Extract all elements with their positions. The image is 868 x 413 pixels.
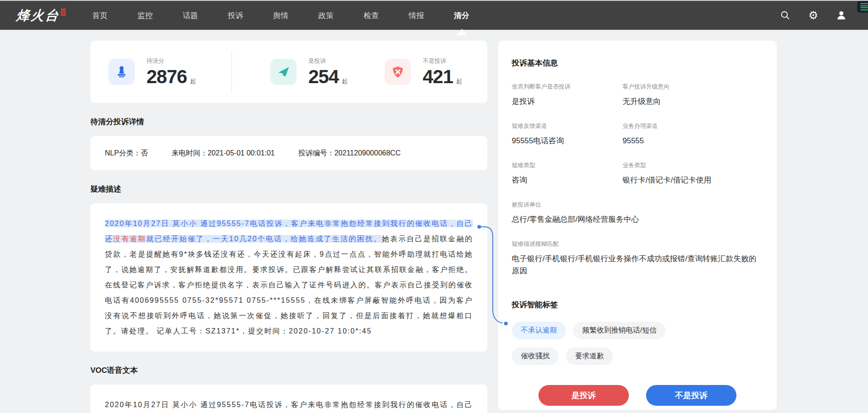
tag-deny-overdue[interactable]: 不承认逾期 (512, 322, 566, 339)
complaint-id-field: 投诉编号：20211209000068CC (298, 149, 401, 158)
field-agent-judgement: 坐席判断客户是否投诉 是投诉 (512, 83, 623, 108)
tag-collection-harassment[interactable]: 催收骚扰 (512, 347, 559, 365)
stat-unit: 起 (190, 78, 196, 84)
tags-row: 不承认逾期 频繁收到推销电话/短信 (512, 322, 763, 339)
field-value: 银行卡/借记卡/借记卡使用 (623, 174, 763, 186)
field-label: 疑难类型 (512, 161, 623, 169)
stats-divider (231, 51, 232, 93)
voc-transcript-text: 2020年10月27日 莫小小 通过95555-7电话投诉，客户来电非常抱怨经常… (105, 397, 473, 413)
field-business-channel: 业务办理渠道 95555 (623, 122, 763, 147)
screen-recorder-badge (857, 1, 868, 13)
field-label: 疑难描述模糊匹配 (512, 240, 763, 248)
user-icon[interactable] (835, 9, 847, 21)
field-value: 咨询 (512, 174, 623, 186)
complaint-info-panel: 投诉基本信息 坐席判断客户是否投诉 是投诉 客户投诉升级意向 无升级意向 疑难反… (498, 41, 777, 410)
stat-not-complaint: 不是投诉 421起 (385, 57, 462, 87)
stat-label: 不是投诉 (423, 57, 462, 65)
field-feedback-channel: 疑难反馈渠道 95555电话咨询 (512, 122, 623, 147)
field-business-type: 业务类型 银行卡/借记卡/借记卡使用 (623, 161, 763, 186)
stamp-icon (108, 59, 135, 85)
field-value: 无升级意向 (623, 95, 763, 108)
stat-is-complaint: 是投诉 254起 (270, 57, 376, 87)
tag-demand-apology[interactable]: 要求道歉 (566, 347, 613, 365)
right-column: 投诉基本信息 坐席判断客户是否投诉 是投诉 客户投诉升级意向 无升级意向 疑难反… (498, 41, 777, 410)
complaint-details-card: NLP分类：否 来电时间：2021-05-01 00:01:01 投诉编号：20… (90, 136, 487, 170)
field-label: 被投诉单位 (512, 201, 763, 209)
difficult-description-text: 2020年10月27日 莫小小 通过95555-7电话投诉，客户来电非常抱怨经常… (105, 216, 473, 339)
nav-item-policy[interactable]: 政策 (318, 10, 334, 21)
description-body-text: 她表示自己是招联金融的贷款，老是提醒她有9*块多钱还没有还，今天还没有起床，9点… (105, 235, 473, 335)
decision-actions: 是投诉 不是投诉 (512, 385, 763, 406)
logo-seal-icon (61, 9, 66, 16)
description-section-title: 疑难描述 (90, 184, 487, 194)
field-value: 总行/零售金融总部/网络经营服务中心 (512, 213, 763, 225)
stat-text: 不是投诉 421起 (423, 57, 462, 87)
highlighted-evidence-text: 就已经开始催了，一天10几20个电话，给她造成了生活的困扰。 (146, 235, 382, 243)
stat-value: 2876 (146, 67, 187, 87)
stat-text: 是投诉 254起 (308, 57, 348, 87)
details-section-title: 待清分投诉详情 (90, 117, 487, 127)
nav-item-clearing[interactable]: 清分 (454, 10, 469, 21)
field-label: 业务办理渠道 (623, 122, 763, 130)
left-column: 待清分 2876起 是投诉 254起 (90, 41, 487, 413)
is-complaint-button[interactable]: 是投诉 (538, 385, 629, 406)
nav-item-home[interactable]: 首页 (92, 10, 108, 21)
info-panel-title: 投诉基本信息 (512, 58, 763, 68)
field-value: 是投诉 (512, 95, 623, 108)
field-difficulty-type: 疑难类型 咨询 (512, 161, 623, 186)
field-value: 20211209000068CC (335, 149, 401, 157)
stat-label: 待清分 (146, 57, 196, 65)
not-complaint-button[interactable]: 不是投诉 (646, 385, 736, 406)
field-fuzzy-match: 疑难描述模糊匹配 电子银行/手机银行/手机银行业务操作不成功或报错/查询转账汇款… (512, 240, 763, 277)
nav-item-complaints[interactable]: 投诉 (228, 10, 243, 21)
page-content: 待清分 2876起 是投诉 254起 (0, 30, 868, 413)
field-label: 客户投诉升级意向 (623, 83, 763, 91)
field-escalation-intent: 客户投诉升级意向 无升级意向 (623, 83, 763, 108)
active-tab-pointer (456, 29, 468, 35)
voc-transcript-card: 2020年10月27日 莫小小 通过95555-7电话投诉，客户来电非常抱怨经常… (90, 385, 487, 413)
stat-text: 待清分 2876起 (146, 57, 196, 87)
stat-label: 是投诉 (308, 57, 348, 65)
app-logo[interactable]: 烽火台 (16, 8, 88, 23)
field-label: 业务类型 (623, 161, 763, 169)
smart-tags-title: 投诉智能标签 (512, 300, 763, 310)
nav-item-topics[interactable]: 话题 (183, 10, 198, 21)
highlighted-keyword-deny-overdue: 没有逾期 (113, 235, 146, 243)
field-value: 95555电话咨询 (512, 135, 623, 147)
info-fields-grid: 坐席判断客户是否投诉 是投诉 客户投诉升级意向 无升级意向 疑难反馈渠道 955… (512, 83, 763, 186)
field-label: 来电时间： (171, 149, 208, 157)
field-label: NLP分类： (105, 149, 141, 157)
field-label: 投诉编号： (298, 149, 335, 157)
search-icon[interactable] (779, 9, 791, 21)
stat-value: 421 (423, 67, 453, 87)
difficult-description-card: 2020年10月27日 莫小小 通过95555-7电话投诉，客户来电非常抱怨经常… (90, 203, 487, 352)
field-value: 电子银行/手机银行/手机银行业务操作不成功或报错/查询转账汇款失败的原因 (512, 253, 763, 277)
stats-card: 待清分 2876起 是投诉 254起 (90, 41, 487, 103)
paper-plane-icon (270, 59, 297, 85)
nav-item-intel[interactable]: 情报 (409, 10, 424, 21)
call-time-field: 来电时间：2021-05-01 00:01:01 (171, 149, 275, 158)
nav-icon-group: ⚙ (779, 9, 847, 21)
tags-row: 催收骚扰 要求道歉 (512, 347, 763, 365)
nav-item-inspection[interactable]: 检查 (363, 10, 379, 21)
top-nav: 烽火台 首页 监控 话题 投诉 舆情 政策 检查 情报 清分 ⚙ (0, 1, 868, 30)
field-value: 95555 (623, 135, 763, 147)
field-label: 坐席判断客户是否投诉 (512, 83, 623, 91)
shield-x-icon (385, 59, 411, 85)
nav-menu: 首页 监控 话题 投诉 舆情 政策 检查 情报 清分 (92, 10, 469, 21)
tag-frequent-marketing-calls[interactable]: 频繁收到推销电话/短信 (573, 322, 665, 339)
nlp-classification-field: NLP分类：否 (105, 149, 148, 158)
nav-item-monitor[interactable]: 监控 (137, 10, 153, 21)
stat-unit: 起 (342, 78, 348, 84)
logo-text: 烽火台 (15, 8, 60, 23)
stat-pending-clearing: 待清分 2876起 (108, 57, 222, 87)
field-value: 2021-05-01 00:01:01 (208, 149, 275, 157)
stat-value: 254 (308, 67, 339, 87)
settings-gear-icon[interactable]: ⚙ (807, 9, 819, 21)
field-label: 疑难反馈渠道 (512, 122, 623, 130)
field-value: 否 (141, 149, 148, 157)
field-complained-unit: 被投诉单位 总行/零售金融总部/网络经营服务中心 (512, 201, 763, 225)
stat-unit: 起 (456, 78, 462, 84)
voc-section-title: VOC语音文本 (90, 365, 487, 375)
nav-item-sentiment[interactable]: 舆情 (273, 10, 288, 21)
